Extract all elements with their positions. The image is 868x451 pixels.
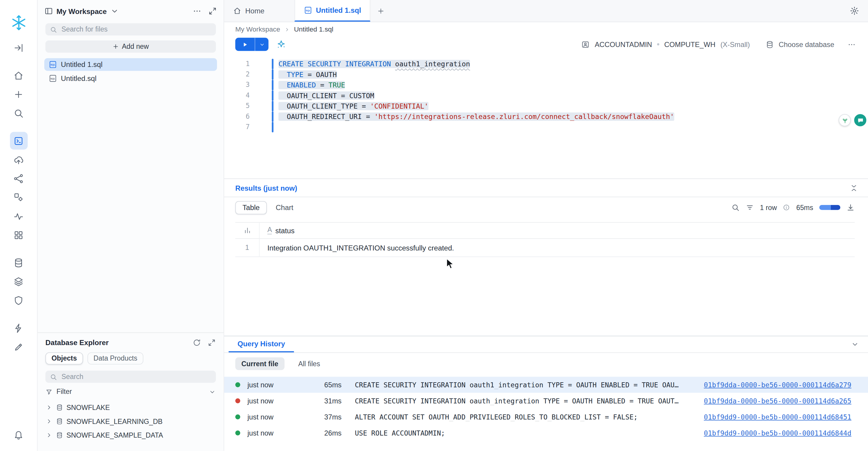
workspace-title[interactable]: My Workspace — [57, 7, 107, 15]
file-list: SQLUntitled 1.sqlSQLUntitled.sql — [44, 58, 217, 85]
activity-icon[interactable] — [10, 207, 28, 225]
run-button[interactable] — [235, 38, 255, 51]
results-collapse-icon[interactable] — [850, 184, 858, 192]
code-text: OAUTH_CLIENT = CUSTOM — [274, 90, 374, 101]
notifications-icon[interactable] — [10, 425, 28, 443]
results-tab[interactable]: Results (just now) — [235, 184, 297, 192]
dashboards-icon[interactable] — [10, 226, 28, 244]
row-count: 1 row — [760, 203, 777, 211]
file-name: Untitled 1.sql — [61, 60, 102, 69]
query-duration: 26ms — [295, 429, 342, 437]
explorer-collapse-icon[interactable] — [208, 338, 216, 346]
copilot-sparkle-icon[interactable] — [276, 39, 286, 49]
workspace-chevron-down-icon[interactable] — [110, 6, 119, 16]
choose-database-button[interactable]: Choose database — [779, 40, 834, 49]
code-line: 1CREATE SECURITY INTEGRATION oauth1_inte… — [224, 59, 868, 69]
result-row[interactable]: 1Integration OAUTH1_INTEGRATION successf… — [235, 239, 855, 257]
history-collapse-icon[interactable] — [851, 340, 859, 348]
separator-dot — [657, 43, 659, 45]
tab-data-products[interactable]: Data Products — [87, 352, 143, 364]
chevron-right-icon[interactable] — [45, 432, 53, 439]
role-name[interactable]: ACCOUNTADMIN — [595, 40, 652, 49]
tree-item[interactable]: SNOWFLAKE_LEARNING_DB — [38, 415, 224, 428]
extensions-icon[interactable] — [10, 338, 28, 356]
filter-current-file[interactable]: Current file — [235, 357, 284, 370]
status-value: Integration OAUTH1_INTEGRATION successfu… — [259, 239, 454, 257]
query-history-row[interactable]: just now31msCREATE SECURITY INTEGRATION … — [224, 393, 868, 409]
query-id-link[interactable]: 01bf9dd9-0000-be5b-0000-000114d68451 — [704, 413, 851, 421]
breadcrumb: My Workspace Untitled 1.sql — [224, 22, 868, 36]
sidebar-collapse-icon[interactable] — [208, 6, 217, 16]
view-chart-button[interactable]: Chart — [274, 203, 296, 212]
selected-text: TYPE = OAUTH — [279, 71, 337, 79]
file-item[interactable]: SQLUntitled.sql — [44, 72, 217, 85]
chevron-down-icon — [259, 41, 265, 47]
tab-untitled-1-sql[interactable]: SQL Untitled 1.sql — [294, 0, 370, 22]
chat-button[interactable] — [854, 114, 866, 126]
code-lines: 1CREATE SECURITY INTEGRATION oauth1_inte… — [224, 59, 868, 132]
object-search-input[interactable] — [60, 372, 211, 381]
code-line: 3 ENABLED = TRUE — [224, 80, 868, 90]
home-icon[interactable] — [10, 66, 28, 84]
column-header-status[interactable]: A status — [259, 223, 294, 238]
marketplace-icon[interactable] — [10, 319, 28, 337]
add-new-button[interactable]: Add new — [45, 40, 216, 53]
query-id-link[interactable]: 01bf9dd9-0000-be5b-0000-000114d6844d — [704, 429, 851, 437]
query-sql: USE ROLE ACCOUNTADMIN; — [355, 429, 696, 437]
tab-file-label: Untitled 1.sql — [316, 6, 361, 14]
tab-home[interactable]: Home — [224, 0, 273, 22]
line-number: 2 — [224, 69, 250, 80]
info-icon[interactable] — [783, 204, 790, 211]
chevron-right-icon[interactable] — [45, 418, 53, 425]
query-history-tab[interactable]: Query History — [228, 336, 294, 352]
warehouse-size: (X-Small) — [720, 40, 750, 49]
results-toolbar: Table Chart 1 row 65ms — [224, 197, 868, 218]
data-ingestion-icon[interactable] — [10, 151, 28, 169]
results-header: Results (just now) — [224, 179, 868, 197]
code-text: OAUTH_REDIRECT_URI = 'https://integratio… — [274, 111, 674, 122]
query-id-link[interactable]: 01bf9dda-0000-be56-0000-000114d6a265 — [704, 397, 851, 404]
lineage-icon[interactable] — [10, 170, 28, 188]
database-name: SNOWFLAKE_LEARNING_DB — [66, 417, 162, 425]
query-history-row[interactable]: just now26msUSE ROLE ACCOUNTADMIN;01bf9d… — [224, 425, 868, 441]
query-history-row[interactable]: just now37msALTER ACCOUNT SET OAUTH_ADD_… — [224, 409, 868, 425]
view-table-button[interactable]: Table — [235, 201, 267, 214]
assistant-button[interactable] — [839, 114, 851, 126]
breadcrumb-root[interactable]: My Workspace — [235, 26, 280, 33]
file-search — [45, 23, 216, 35]
query-history-filters: Current file All files — [224, 353, 868, 373]
file-item[interactable]: SQLUntitled 1.sql — [44, 58, 217, 71]
column-stats-icon[interactable] — [243, 227, 251, 234]
snowflake-logo — [10, 14, 27, 31]
run-options-button[interactable] — [255, 38, 269, 51]
settings-gear-icon[interactable] — [850, 6, 859, 16]
warehouse-name[interactable]: COMPUTE_WH — [664, 40, 715, 49]
filter-row[interactable]: Filter — [45, 388, 216, 396]
file-search-input[interactable] — [60, 25, 211, 34]
databases-icon[interactable] — [10, 254, 28, 272]
chevron-right-icon[interactable] — [45, 404, 53, 411]
tree-item[interactable]: SNOWFLAKE_SAMPLE_DATA — [38, 428, 224, 442]
collapse-rail-icon[interactable] — [10, 39, 28, 57]
results-search-icon[interactable] — [731, 203, 740, 212]
new-tab-button[interactable] — [370, 0, 392, 22]
editor-more-icon[interactable] — [847, 40, 856, 49]
query-id-link[interactable]: 01bf9dda-0000-be56-0000-000114d6a279 — [704, 381, 851, 389]
refresh-icon[interactable] — [193, 338, 201, 346]
governance-icon[interactable] — [10, 291, 28, 309]
worksheet-tabbar: Home SQL Untitled 1.sql — [224, 0, 868, 22]
sql-editor[interactable]: 1CREATE SECURITY INTEGRATION oauth1_inte… — [224, 52, 868, 178]
tab-objects[interactable]: Objects — [45, 352, 83, 364]
results-filter-icon[interactable] — [746, 203, 754, 212]
worksheets-icon[interactable] — [10, 132, 28, 150]
new-item-icon[interactable] — [10, 85, 28, 103]
download-icon[interactable] — [846, 203, 855, 212]
search-icon[interactable] — [10, 104, 28, 122]
tree-item[interactable]: SNOWFLAKE — [38, 400, 224, 415]
data-products-icon[interactable] — [10, 273, 28, 290]
workspace-more-icon[interactable] — [193, 6, 202, 16]
filter-all-files[interactable]: All files — [292, 357, 327, 370]
transformations-icon[interactable] — [10, 188, 28, 206]
query-history-row[interactable]: just now65msCREATE SECURITY INTEGRATION … — [224, 377, 868, 393]
file-name: Untitled.sql — [61, 74, 97, 83]
